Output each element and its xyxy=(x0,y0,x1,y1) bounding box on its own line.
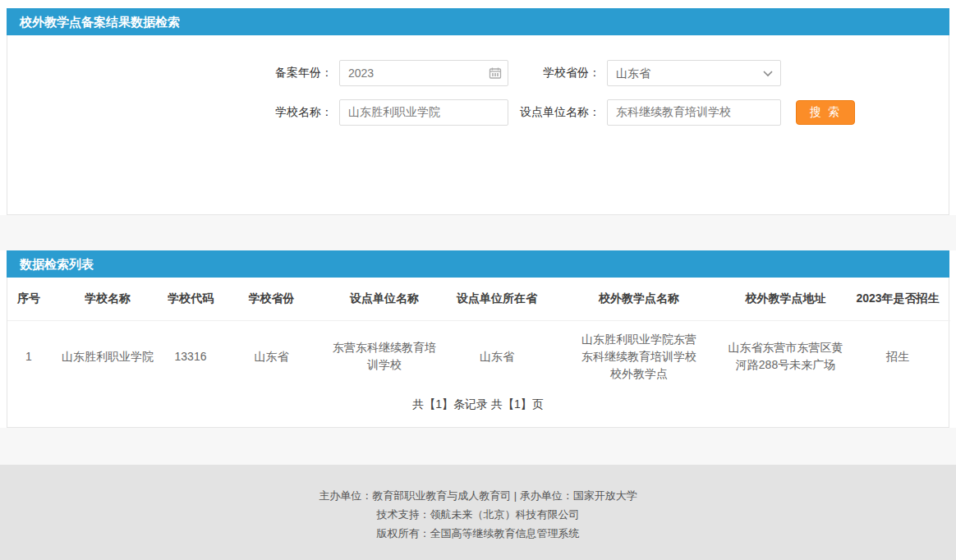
school-name-input[interactable] xyxy=(339,99,508,126)
form-row-1: 备案年份： 学校省份： 山东省 xyxy=(7,60,949,86)
cell-school-code: 13316 xyxy=(165,320,216,392)
cell-unit-name: 东营东科继续教育培训学校 xyxy=(327,320,442,392)
table-header-row: 序号 学校名称 学校代码 学校省份 设点单位名称 设点单位所在省 校外教学点名称… xyxy=(7,278,950,320)
result-table: 序号 学校名称 学校代码 学校省份 设点单位名称 设点单位所在省 校外教学点名称… xyxy=(7,278,950,392)
cell-school-name: 山东胜利职业学院 xyxy=(50,320,165,392)
result-list-panel: 数据检索列表 序号 学校名称 学校代码 学校省份 设点单位名称 设点单位所在省 … xyxy=(7,250,949,428)
col-index: 序号 xyxy=(7,278,50,320)
pagination-summary: 共【1】条记录 共【1】页 xyxy=(7,397,949,412)
unit-name-label: 设点单位名称： xyxy=(508,105,600,120)
cell-unit-province: 山东省 xyxy=(442,320,552,392)
search-button[interactable]: 搜 索 xyxy=(796,100,855,125)
province-select[interactable]: 山东省 xyxy=(607,60,781,86)
year-field-wrap xyxy=(339,60,508,86)
search-panel: 校外教学点备案结果数据检索 备案年份： 学校省份： 山东省 xyxy=(7,8,949,215)
form-row-2: 学校名称： 设点单位名称： 搜 索 xyxy=(7,99,949,126)
school-name-label: 学校名称： xyxy=(254,105,333,120)
province-label: 学校省份： xyxy=(508,66,600,80)
school-name-field-wrap xyxy=(339,99,508,126)
table-row: 1 山东胜利职业学院 13316 山东省 东营东科继续教育培训学校 山东省 山东… xyxy=(7,320,950,392)
year-input[interactable] xyxy=(339,60,508,86)
section-divider xyxy=(0,215,956,250)
col-school-province: 学校省份 xyxy=(216,278,327,320)
result-panel-title: 数据检索列表 xyxy=(7,250,949,278)
col-unit-name: 设点单位名称 xyxy=(327,278,442,320)
col-site-address: 校外教学点地址 xyxy=(726,278,845,320)
unit-name-field-wrap xyxy=(607,99,781,126)
col-school-name: 学校名称 xyxy=(50,278,165,320)
footer-organizer-line: 主办单位：教育部职业教育与成人教育司 | 承办单位：国家开放大学 xyxy=(0,486,956,505)
col-enrolling: 2023年是否招生 xyxy=(845,278,950,320)
page-footer: 主办单位：教育部职业教育与成人教育司 | 承办单位：国家开放大学 技术支持：领航… xyxy=(0,465,956,560)
section-divider xyxy=(0,428,956,465)
cell-index: 1 xyxy=(7,320,50,392)
col-unit-province: 设点单位所在省 xyxy=(442,278,552,320)
unit-name-input[interactable] xyxy=(607,99,781,126)
cell-site-address: 山东省东营市东营区黄河路288号未来广场 xyxy=(726,320,845,392)
col-school-code: 学校代码 xyxy=(165,278,216,320)
cell-enrolling: 招生 xyxy=(845,320,950,392)
cell-school-province: 山东省 xyxy=(216,320,327,392)
cell-site-name: 山东胜利职业学院东营东科继续教育培训学校校外教学点 xyxy=(552,320,726,392)
search-panel-title: 校外教学点备案结果数据检索 xyxy=(7,8,949,35)
col-site-name: 校外教学点名称 xyxy=(552,278,726,320)
footer-tech-support-line: 技术支持：领航未来（北京）科技有限公司 xyxy=(0,505,956,524)
province-field-wrap: 山东省 xyxy=(607,60,781,86)
footer-copyright-line: 版权所有：全国高等继续教育信息管理系统 xyxy=(0,524,956,543)
year-label: 备案年份： xyxy=(254,66,333,80)
